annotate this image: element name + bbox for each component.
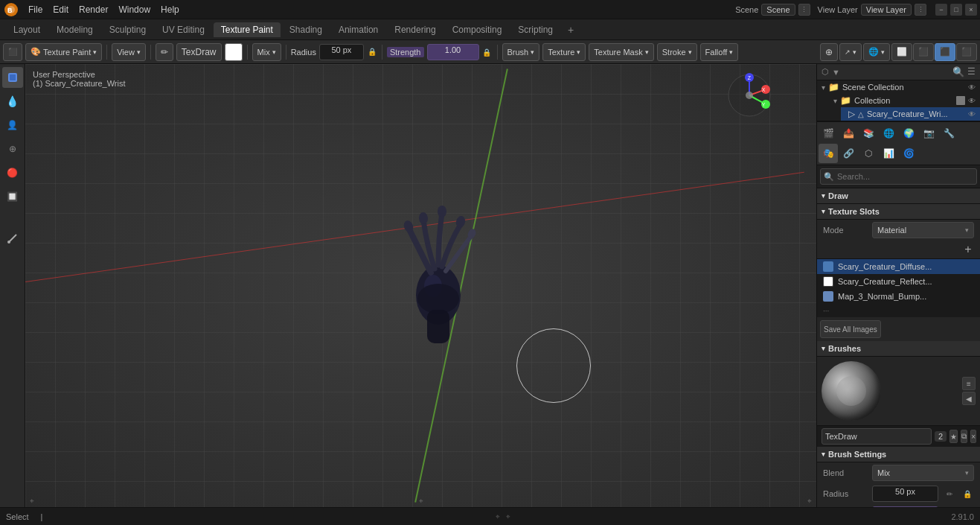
collection-vis-check[interactable] [956,96,965,105]
outliner-filter-icon[interactable]: ☰ [967,66,976,77]
close-btn[interactable]: × [965,4,977,16]
menu-file[interactable]: File [24,3,47,16]
panel-toggle-btn[interactable]: ⬛ [3,43,22,61]
tab-animation[interactable]: Animation [331,22,385,37]
scene-collection-visibility[interactable]: 👁 [968,83,976,92]
tab-scripting[interactable]: Scripting [510,22,560,37]
texture-slot-1[interactable]: Scary_Creature_Reflect... [817,274,980,289]
texture-slots-header[interactable]: ▾ Texture Slots [817,204,980,220]
props-physics-icon[interactable]: 🌀 [899,144,918,163]
tool-fill[interactable]: 🔴 [2,162,23,183]
collection-row[interactable]: ▾ 📁 Collection 👁 [829,94,980,107]
viewport[interactable]: User Perspective (1) Scary_Creature_Wris… [25,64,816,507]
outliner-search-icon[interactable]: 🔍 [952,66,964,77]
strength-lock-btn[interactable]: 🔒 [482,47,493,57]
texture-btn[interactable]: Texture ▾ [542,43,586,61]
collection-visibility[interactable]: 👁 [968,97,976,105]
view-layer-options[interactable]: ⋮ [915,4,926,16]
blend-prop-value[interactable]: Mix ▾ [872,465,974,481]
display-rendered[interactable]: ⬛ [956,43,977,61]
search-field-wrapper[interactable]: 🔍 [820,168,977,185]
draw-section-header[interactable]: ▾ Draw [817,188,980,204]
search-input[interactable] [837,172,973,181]
obj-visibility[interactable]: 👁 [968,110,976,118]
radius-field[interactable]: 50 px [319,44,364,60]
menu-window[interactable]: Window [114,3,155,16]
tool-soften[interactable]: 💧 [2,91,23,112]
add-workspace-btn[interactable]: + [562,22,580,38]
display-wireframe[interactable]: ⬜ [891,43,912,61]
texture-mask-btn[interactable]: Texture Mask ▾ [589,43,653,61]
tab-shading[interactable]: Shading [282,22,330,37]
brush-settings-header[interactable]: ▾ Brush Settings [817,447,980,462]
props-object-icon[interactable]: 📷 [919,124,938,143]
tool-smear[interactable]: 👤 [2,115,23,136]
viewport-shading-btn[interactable]: ⊕ [820,43,838,61]
brush-prev-btn[interactable]: ◀ [962,392,976,405]
props-material-icon[interactable]: 🎭 [819,144,838,163]
scene-selector[interactable]: Scene [761,4,795,16]
tool-clone[interactable]: ⊕ [2,139,23,159]
viewport-mode-btn[interactable]: 🌐 ▾ [863,43,890,61]
radius-lock-btn[interactable]: 🔒 [367,47,377,57]
blend-mode-selector[interactable]: Mix ▾ [252,43,281,61]
tab-texture-paint[interactable]: Texture Paint [214,22,281,37]
texture-slot-2[interactable]: Map_3_Normal_Bump... [817,289,980,304]
strength-prop-field[interactable]: 1.000 [872,506,938,507]
brush-delete-btn[interactable]: × [970,430,976,443]
tab-sculpting[interactable]: Sculpting [102,22,153,37]
color-swatch-toolbar[interactable] [225,43,243,61]
brush-settings-btn[interactable]: Brush ▾ [502,43,540,61]
tool-annotate[interactable] [2,228,23,249]
tool-draw[interactable] [2,67,23,88]
props-render-icon[interactable]: 🎬 [819,124,838,143]
tab-uv-editing[interactable]: UV Editing [155,22,212,37]
props-view-layer-icon[interactable]: 📚 [859,124,878,143]
radius-lock2-btn[interactable]: 🔒 [961,487,974,500]
strength-field[interactable]: 1.00 [427,44,479,60]
scene-collection-collapse[interactable]: ▾ [822,83,825,92]
add-texture-slot-btn[interactable]: + [961,242,976,257]
mode-switcher[interactable]: 🎨 Texture Paint ▾ [25,43,102,61]
props-constraint-icon[interactable]: ⬡ [859,144,878,163]
texture-slot-0[interactable]: Scary_Creature_Diffuse... [817,259,980,274]
save-all-images-btn[interactable]: Save All Images [820,320,881,338]
collection-collapse[interactable]: ▾ [833,97,837,105]
overlays-btn[interactable]: ↗ ▾ [839,43,862,61]
display-solid[interactable]: ⬛ [913,43,934,61]
tab-rendering[interactable]: Rendering [387,22,443,37]
props-scene-icon[interactable]: 🌐 [879,124,898,143]
brush-sphere[interactable] [822,361,881,421]
tab-modeling[interactable]: Modeling [49,22,100,37]
maximize-btn[interactable]: □ [950,4,962,16]
props-particles-icon[interactable]: 📊 [879,144,898,163]
scene-collection-row[interactable]: ▾ 📁 Scene Collection 👁 [817,80,980,94]
scene-options[interactable]: ⋮ [798,4,810,16]
props-output-icon[interactable]: 📤 [839,124,858,143]
radius-prop-field[interactable]: 50 px [872,486,938,502]
view-layer-selector[interactable]: View Layer [861,4,912,16]
axes-gizmo[interactable]: X Y Z [727,73,772,120]
brushes-section-header[interactable]: ▾ Brushes [817,341,980,357]
radius-pen-btn[interactable]: ✏ [943,487,956,500]
menu-render[interactable]: Render [74,3,112,16]
menu-help[interactable]: Help [156,3,184,16]
tool-mask[interactable]: 🔲 [2,186,23,207]
falloff-btn[interactable]: Falloff ▾ [700,43,739,61]
props-data-icon[interactable]: 🔗 [839,144,858,163]
display-material[interactable]: ⬛ [935,43,955,61]
props-modifier-icon[interactable]: 🔧 [939,124,958,143]
props-world-icon[interactable]: 🌍 [899,124,918,143]
tab-compositing[interactable]: Compositing [445,22,510,37]
brush-type-btn[interactable]: ✏ [156,43,173,61]
blender-logo[interactable]: B [3,1,19,18]
brush-name-field[interactable]: TexDraw [822,428,932,445]
viewport-canvas[interactable]: User Perspective (1) Scary_Creature_Wris… [25,64,816,507]
mode-prop-value[interactable]: Material ▾ [872,222,974,238]
brush-list-btn[interactable]: ≡ [962,377,976,390]
view-btn[interactable]: View ▾ [112,43,146,61]
brush-fav-btn[interactable]: ★ [949,430,958,443]
menu-edit[interactable]: Edit [48,3,73,16]
brush-copy-btn[interactable]: ⧉ [961,430,967,443]
minimize-btn[interactable]: − [935,4,947,16]
